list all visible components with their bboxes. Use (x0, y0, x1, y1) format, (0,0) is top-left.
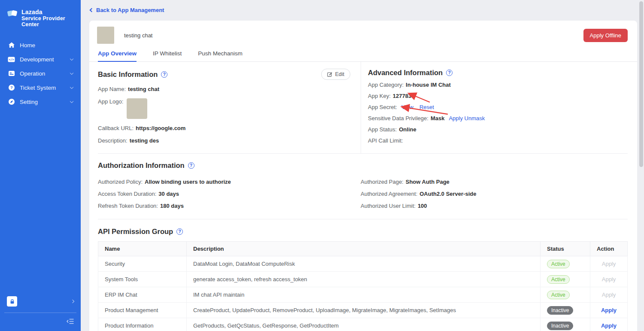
lock-icon (9, 298, 15, 305)
help-icon[interactable]: ? (188, 162, 194, 169)
access-token-duration-field: Access Token Duration: 30 days (98, 191, 361, 197)
tab-push-mechanism[interactable]: Push Mechanism (198, 47, 243, 61)
permission-status-cell: Active (541, 272, 590, 287)
app-status-value: Online (399, 126, 416, 133)
app-key-field: App Key: 127783 (368, 93, 628, 99)
app-status-label: App Status: (368, 126, 397, 133)
apply-action-link[interactable]: Apply (601, 322, 617, 329)
sensitive-data-privilege-label: Sensitive Data Privilege: (368, 115, 428, 121)
permission-action-cell: Apply (590, 272, 628, 287)
sidebar-item-operation[interactable]: Operation (0, 67, 81, 81)
advanced-information-title: Advanced Information (368, 69, 443, 77)
lock-badge (7, 296, 17, 307)
permission-action-cell: Apply (590, 318, 628, 331)
page-scrollbar[interactable] (638, 0, 644, 331)
sidebar-item-label: Setting (20, 99, 38, 105)
apply-action-link[interactable]: Apply (601, 307, 617, 313)
advanced-information-section: Advanced Information ? App Category: In-… (361, 62, 628, 153)
app-category-label: App Category: (368, 82, 404, 88)
column-header-name: Name (98, 242, 187, 256)
column-header-description: Description (187, 242, 541, 256)
view-secret-link[interactable]: View (401, 104, 413, 110)
description-label: Description: (98, 137, 128, 144)
permission-action-cell: Apply (590, 256, 628, 272)
app-detail-card: testing chat Apply Offline App Overview … (89, 21, 637, 331)
sidebar-notice-row[interactable] (0, 292, 81, 311)
status-badge: Active (547, 291, 570, 299)
home-icon (8, 42, 15, 49)
operation-icon (8, 70, 15, 77)
scrollbar-thumb[interactable] (639, 1, 643, 167)
app-title: testing chat (124, 32, 153, 39)
authorized-agreement-field: Authorized Agreement: OAuth2.0 Server-si… (361, 191, 628, 197)
table-row: Security DataMoat Login, DataMoat Comput… (98, 256, 628, 272)
permission-action-cell: Apply (590, 303, 628, 318)
api-permission-group-section: API Permission Group ? Name Description … (98, 228, 628, 331)
chevron-down-icon (70, 100, 73, 103)
status-badge: Active (547, 275, 570, 284)
apply-unmask-link[interactable]: Apply Unmask (449, 115, 485, 121)
app-logo-thumbnail (97, 27, 114, 44)
authorization-information-section: Authorization Information ? Authorized P… (98, 161, 628, 219)
tab-ip-whitelist[interactable]: IP Whitelist (153, 47, 182, 61)
description-field: Description: testing des (98, 137, 350, 144)
api-permission-group-title: API Permission Group (98, 228, 173, 236)
authorized-page-field: Authorized Page: Show Auth Page (361, 179, 628, 185)
ticket-system-icon: ? (8, 84, 15, 91)
refresh-token-duration-field: Refresh Token Duration: 180 days (98, 203, 361, 209)
permission-status-cell: Inactive (541, 303, 590, 318)
sidebar: Lazada Service Provider Center Home </> … (0, 0, 81, 331)
app-logo-field: App Logo: (98, 98, 350, 119)
permission-status-cell: Active (541, 287, 590, 303)
back-link-label: Back to App Management (96, 7, 164, 13)
permission-status-cell: Active (541, 256, 590, 272)
basic-information-title: Basic Information (98, 70, 158, 79)
permission-description-cell: CreateProduct, UpdateProduct, RemoveProd… (187, 303, 541, 318)
help-icon[interactable]: ? (446, 70, 453, 76)
app-key-value: 127783 (393, 93, 411, 99)
collapse-menu-icon[interactable] (67, 318, 74, 326)
back-chevron-icon (90, 8, 94, 12)
sidebar-item-home[interactable]: Home (0, 38, 81, 52)
permission-description-cell: GetProducts, GetQcStatus, GetResponse, G… (187, 318, 541, 331)
table-row: Product Information GetProducts, GetQcSt… (98, 318, 628, 331)
reset-secret-link[interactable]: Reset (419, 104, 434, 110)
sidebar-item-development[interactable]: </> Development (0, 52, 81, 67)
chevron-right-icon (71, 300, 74, 303)
table-row: System Tools generate access_token, refr… (98, 272, 628, 287)
sidebar-item-label: Development (20, 56, 54, 63)
apply-offline-button[interactable]: Apply Offline (583, 29, 628, 42)
info-grid: Basic Information ? Edit App Name: testi… (98, 62, 628, 154)
back-to-app-management-link[interactable]: Back to App Management (81, 0, 644, 13)
app-name-label: App Name: (98, 86, 126, 92)
app-secret-field: App Secret: View Reset (368, 104, 628, 110)
help-icon[interactable]: ? (161, 71, 167, 78)
callback-url-field: Callback URL: https://google.com (98, 125, 350, 131)
authorized-user-limit-field: Authorized User Limit: 100 (361, 203, 628, 209)
sidebar-item-label: Operation (20, 70, 45, 77)
permission-description-cell: generate access_token, refresh access_to… (187, 272, 541, 287)
sidebar-item-label: Home (20, 42, 35, 49)
brand-line1: Lazada (21, 9, 76, 15)
app-status-field: App Status: Online (368, 126, 628, 133)
help-icon[interactable]: ? (176, 228, 183, 235)
app-logo-label: App Logo: (98, 98, 123, 105)
brand-line2: Service Provider Center (21, 15, 76, 28)
app-name-field: App Name: testing chat (98, 86, 350, 92)
app-name-value: testing chat (128, 86, 159, 92)
sidebar-item-ticket-system[interactable]: ? Ticket System (0, 81, 81, 95)
sensitive-data-privilege-field: Sensitive Data Privilege: Mask Apply Unm… (368, 115, 628, 121)
sidebar-item-setting[interactable]: Setting (0, 95, 81, 109)
chevron-down-icon (70, 71, 73, 75)
edit-button[interactable]: Edit (321, 69, 350, 80)
sidebar-item-label: Ticket System (20, 85, 56, 91)
sensitive-data-privilege-value: Mask (431, 115, 445, 121)
tab-app-overview[interactable]: App Overview (98, 47, 137, 62)
chevron-down-icon (70, 57, 73, 61)
development-icon: </> (8, 56, 15, 63)
permission-description-cell: IM chat API maintain (187, 287, 541, 303)
tab-content: Basic Information ? Edit App Name: testi… (89, 62, 637, 331)
column-header-status: Status (541, 242, 590, 256)
authorization-right-column: Authorized Page: Show Auth Page Authoriz… (361, 173, 628, 215)
permission-name-cell: Product Information (98, 318, 187, 331)
